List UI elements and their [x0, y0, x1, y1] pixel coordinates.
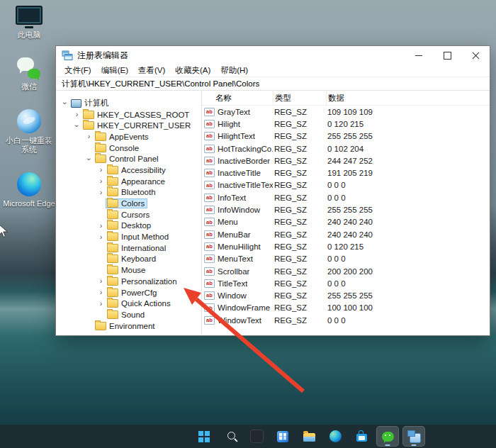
desktop-icon-edge[interactable]: Microsoft Edge	[1, 172, 57, 209]
tree-item-desktop[interactable]: ›Desktop	[56, 220, 201, 232]
tree-node[interactable]: Accessibility	[106, 165, 169, 175]
tree-node[interactable]: Bluetooth	[106, 187, 159, 197]
tree-node[interactable]: Keyboard	[106, 254, 159, 264]
tree-node[interactable]: AppEvents	[94, 132, 152, 142]
value-row-graytext[interactable]: abGrayTextREG_SZ109 109 109	[202, 106, 490, 118]
column-header-name[interactable]: 名称	[202, 91, 273, 105]
chevron-right-icon[interactable]: ›	[96, 166, 106, 174]
tree-node[interactable]: PowerCfg	[106, 288, 160, 298]
tree-node[interactable]: Input Method	[106, 232, 171, 242]
tree-item-powercfg[interactable]: ›PowerCfg	[56, 287, 201, 298]
value-row-menu[interactable]: abMenuREG_SZ240 240 240	[202, 216, 490, 228]
tree-item-cursors[interactable]: Cursors	[56, 209, 201, 220]
maximize-button[interactable]	[433, 46, 461, 65]
tree-node[interactable]: Quick Actions	[106, 298, 174, 308]
tree-item-environment[interactable]: Environment	[56, 320, 201, 332]
tree-node[interactable]: Appearance	[106, 177, 168, 186]
desktop-icon-wechat[interactable]: 微信	[1, 57, 57, 92]
tree-item-personalization[interactable]: ›Personalization	[56, 276, 201, 287]
chevron-right-icon[interactable]: ›	[96, 233, 106, 241]
value-row-infowindow[interactable]: abInfoWindowREG_SZ255 255 255	[202, 203, 490, 215]
minimize-button[interactable]	[405, 46, 433, 65]
regedit-taskbar-button[interactable]	[402, 426, 425, 447]
tree-node[interactable]: Sound	[106, 310, 147, 320]
tree-item-mouse[interactable]: Mouse	[56, 264, 201, 276]
menu-favorites[interactable]: 收藏夹(A)	[170, 65, 215, 76]
chevron-right-icon[interactable]: ›	[96, 300, 106, 308]
value-row-inactivetitletext[interactable]: abInactiveTitleTextREG_SZ0 0 0	[202, 179, 490, 191]
tree-node[interactable]: HKEY_CURRENT_USER	[81, 121, 193, 130]
widgets-button[interactable]	[271, 426, 294, 447]
tree-node[interactable]: 计算机	[69, 97, 112, 109]
address-bar[interactable]: 计算机\HKEY_CURRENT_USER\Control Panel\Colo…	[56, 77, 490, 91]
chevron-right-icon[interactable]: ›	[72, 111, 81, 118]
tree-item-label: HKEY_CLASSES_ROOT	[97, 111, 189, 119]
value-row-menuhilight[interactable]: abMenuHilightREG_SZ0 120 215	[202, 240, 490, 252]
value-row-hilight[interactable]: abHilightREG_SZ0 120 215	[202, 118, 490, 130]
selected-tree-node[interactable]: Colors	[106, 198, 147, 208]
chevron-down-icon[interactable]: ›	[85, 155, 93, 164]
tree-node[interactable]: HKEY_CLASSES_ROOT	[81, 110, 192, 120]
value-row-titletext[interactable]: abTitleTextREG_SZ0 0 0	[202, 277, 490, 289]
column-header-data[interactable]: 数据	[326, 91, 490, 105]
chevron-down-icon[interactable]: ›	[73, 121, 81, 130]
value-row-hottrackingco-[interactable]: abHotTrackingCo...REG_SZ0 102 204	[202, 142, 490, 155]
tree-node[interactable]: Desktop	[106, 220, 154, 230]
close-button[interactable]	[461, 46, 490, 65]
store-button[interactable]	[350, 426, 373, 447]
tree-item-bluetooth[interactable]: ›Bluetooth	[56, 187, 201, 198]
value-row-inactivetitle[interactable]: abInactiveTitleREG_SZ191 205 219	[202, 167, 490, 179]
tree-node[interactable]: Personalization	[106, 276, 180, 286]
value-row-inactiveborder[interactable]: abInactiveBorderREG_SZ244 247 252	[202, 155, 490, 167]
value-row-hilighttext[interactable]: abHilightTextREG_SZ255 255 255	[202, 130, 490, 142]
tree-node[interactable]: Environment	[94, 321, 158, 331]
value-row-windowframe[interactable]: abWindowFrameREG_SZ100 100 100	[202, 302, 490, 314]
window-titlebar[interactable]: 注册表编辑器	[56, 46, 490, 65]
tree-item-keyboard[interactable]: Keyboard	[56, 254, 201, 265]
value-row-menubar[interactable]: abMenuBarREG_SZ240 240 240	[202, 228, 490, 240]
tree-item-console[interactable]: Console	[56, 142, 201, 154]
chevron-right-icon[interactable]: ›	[96, 189, 106, 196]
task-view-app-button[interactable]	[245, 426, 268, 447]
tree-item-计算机[interactable]: ›计算机	[56, 98, 201, 109]
chevron-right-icon[interactable]: ›	[96, 177, 106, 185]
desktop-icon-this-pc[interactable]: 此电脑	[1, 6, 57, 40]
tree-item-accessibility[interactable]: ›Accessibility	[56, 164, 201, 176]
tree-node[interactable]: Mouse	[106, 265, 149, 275]
tree-item-input-method[interactable]: ›Input Method	[56, 231, 201, 242]
tree-item-sound[interactable]: Sound	[56, 309, 201, 320]
tree-node[interactable]: Cursors	[106, 210, 152, 220]
tree-item-colors[interactable]: Colors	[56, 198, 201, 209]
tree-item-international[interactable]: International	[56, 242, 201, 254]
value-row-windowtext[interactable]: abWindowTextREG_SZ0 0 0	[202, 314, 490, 326]
value-row-infotext[interactable]: abInfoTextREG_SZ0 0 0	[202, 191, 490, 203]
chevron-right-icon[interactable]: ›	[96, 277, 106, 285]
tree-item-appevents[interactable]: ›AppEvents	[56, 131, 201, 142]
desktop-icon-xiaobai[interactable]: 小白一键重装系统	[1, 109, 57, 156]
menu-help[interactable]: 帮助(H)	[215, 65, 253, 76]
column-header-type[interactable]: 类型	[273, 91, 326, 105]
search-button[interactable]	[219, 426, 242, 447]
menu-file[interactable]: 文件(F)	[60, 65, 96, 76]
menu-view[interactable]: 查看(V)	[133, 65, 170, 76]
value-row-window[interactable]: abWindowREG_SZ255 255 255	[202, 289, 490, 301]
chevron-right-icon[interactable]: ›	[96, 289, 106, 296]
value-row-menutext[interactable]: abMenuTextREG_SZ0 0 0	[202, 253, 490, 265]
value-row-scrollbar[interactable]: abScrollbarREG_SZ200 200 200	[202, 265, 490, 277]
tree-item-quick-actions[interactable]: ›Quick Actions	[56, 298, 201, 309]
tree-node[interactable]: International	[106, 243, 169, 253]
tree-node[interactable]: Console	[94, 143, 142, 153]
edge-taskbar-button[interactable]	[324, 426, 346, 447]
tree-item-hkey_classes_root[interactable]: ›HKEY_CLASSES_ROOT	[56, 109, 201, 121]
tree-item-control-panel[interactable]: ›Control Panel	[56, 153, 201, 164]
menu-edit[interactable]: 编辑(E)	[96, 65, 133, 76]
wechat-taskbar-button[interactable]	[376, 426, 399, 447]
tree-item-appearance[interactable]: ›Appearance	[56, 176, 201, 187]
tree-node[interactable]: Control Panel	[94, 154, 162, 164]
chevron-right-icon[interactable]: ›	[84, 133, 94, 140]
start-button[interactable]	[193, 426, 215, 447]
chevron-down-icon[interactable]: ›	[61, 99, 69, 108]
chevron-right-icon[interactable]: ›	[96, 222, 106, 230]
tree-item-hkey_current_user[interactable]: ›HKEY_CURRENT_USER	[56, 120, 201, 131]
file-explorer-button[interactable]	[298, 426, 320, 447]
